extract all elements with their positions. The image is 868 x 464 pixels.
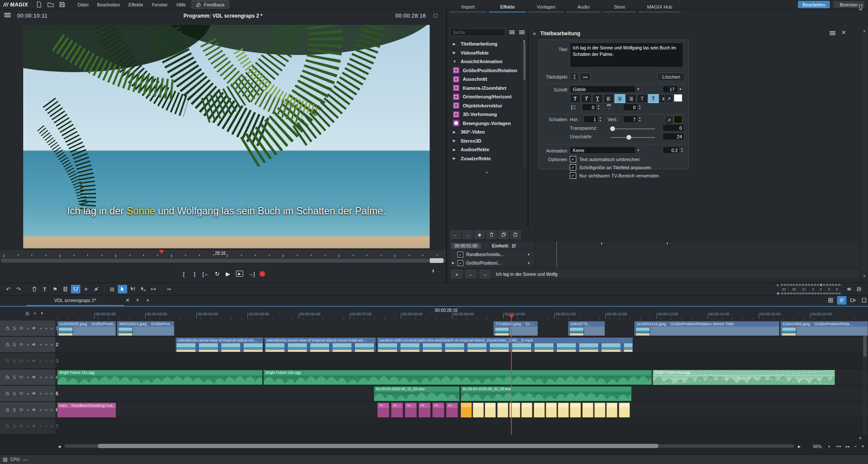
font-family-dropdown[interactable]: Gidole▼ bbox=[570, 85, 642, 93]
transport-mark-in-button[interactable]: [ bbox=[181, 269, 187, 278]
paste-button[interactable] bbox=[510, 230, 521, 239]
param-curve-area[interactable] bbox=[535, 250, 859, 258]
tab-store[interactable]: Store bbox=[603, 4, 636, 12]
speaker-icon[interactable] bbox=[32, 326, 37, 331]
curve-icon[interactable]: ÷ bbox=[50, 391, 53, 396]
scroll-left-button[interactable]: ◀ bbox=[56, 443, 63, 450]
font-size-dropdown[interactable]: 17▼ bbox=[663, 85, 684, 93]
curve-icon[interactable]: ÷ bbox=[27, 375, 29, 380]
undo-button[interactable]: ↶ bbox=[3, 285, 13, 293]
curve-icon[interactable]: ÷ bbox=[40, 424, 42, 429]
solo-icon[interactable]: S bbox=[13, 391, 16, 396]
expander-icon[interactable]: ▶ bbox=[452, 261, 457, 265]
transport-loop-button[interactable]: ↻ bbox=[214, 269, 220, 278]
track-header-2[interactable]: S÷÷÷÷2 bbox=[0, 337, 56, 352]
solo-icon[interactable]: S bbox=[13, 342, 16, 347]
fx-group-ansicht-animation[interactable]: ▼Ansicht/Animation bbox=[450, 57, 523, 66]
fx-item-objektivkorrektur[interactable]: Objektivkorrektur bbox=[450, 101, 523, 110]
fx-item-orientierung-horizont[interactable]: Orientierung/Horizont bbox=[450, 92, 523, 101]
next-object-button[interactable]: → bbox=[480, 270, 490, 278]
option-nur-sichtbaren-tv-bereich-verwenden[interactable]: ✓Nur sichtbaren TV-Bereich verwenden bbox=[570, 172, 659, 179]
eye-icon[interactable] bbox=[19, 342, 24, 348]
format-title-outline-button[interactable]: T bbox=[637, 94, 648, 103]
fx-item-ausschnitt[interactable]: Ausschnitt bbox=[450, 75, 523, 84]
blur-value[interactable]: 24 bbox=[663, 133, 684, 140]
text-button[interactable]: T bbox=[40, 285, 49, 293]
menu-item-fenster[interactable]: Fenster bbox=[147, 2, 172, 7]
eye-icon[interactable] bbox=[19, 391, 24, 397]
format-title-shadow-button[interactable]: T bbox=[648, 94, 659, 103]
scroll-down-icon[interactable]: ▼ bbox=[863, 275, 866, 278]
track-header-4[interactable]: S÷÷÷÷4 bbox=[0, 369, 56, 385]
eye-icon[interactable] bbox=[19, 358, 24, 364]
track-header-6[interactable]: S÷÷÷÷6 bbox=[0, 402, 56, 418]
new-file-icon[interactable] bbox=[36, 1, 42, 8]
clip[interactable] bbox=[473, 403, 484, 418]
menu-item-bearbeiten[interactable]: Bearbeiten bbox=[93, 2, 124, 7]
key-add-button[interactable]: ◆ bbox=[474, 230, 485, 239]
back-icon[interactable]: « bbox=[533, 30, 536, 37]
font-color-swatch[interactable] bbox=[674, 94, 682, 102]
clip[interactable] bbox=[619, 403, 630, 418]
transport-mark-out-button[interactable]: ] bbox=[192, 269, 198, 278]
clip[interactable]: IntroRandbeschneidung-Aus... bbox=[57, 403, 116, 418]
clip[interactable] bbox=[606, 403, 617, 418]
tab-magix-hub[interactable]: MAGIX Hub bbox=[639, 4, 681, 12]
curve-icon[interactable]: ÷ bbox=[40, 342, 42, 347]
add-track-button[interactable]: + bbox=[857, 435, 864, 442]
clip[interactable]: 498322814.jpegGröße/Pos... bbox=[117, 321, 174, 336]
clip[interactable] bbox=[534, 403, 545, 418]
clip[interactable] bbox=[582, 403, 593, 418]
fx-group-zusatzeffekte[interactable]: ▶Zusatzeffekte bbox=[450, 154, 523, 163]
view-window-button[interactable] bbox=[859, 296, 868, 305]
speaker-icon[interactable] bbox=[32, 424, 37, 429]
speaker-icon[interactable] bbox=[32, 391, 37, 397]
timeline-hscrollbar[interactable] bbox=[64, 444, 794, 448]
solo-icon[interactable]: S bbox=[13, 326, 16, 331]
eye-icon[interactable] bbox=[19, 424, 24, 429]
detail-list-icon[interactable] bbox=[519, 30, 525, 34]
transparency-slider[interactable] bbox=[611, 128, 655, 129]
curve-icon[interactable]: ÷ bbox=[50, 326, 53, 331]
clip[interactable]: Hi... bbox=[419, 403, 431, 418]
preview-behavior-icon[interactable]: … bbox=[431, 268, 440, 274]
insert-button[interactable]: ⊞ bbox=[107, 285, 117, 293]
lock-icon[interactable] bbox=[5, 375, 10, 380]
playhead-marker[interactable] bbox=[508, 314, 514, 319]
tab-effekte[interactable]: Effekte bbox=[489, 4, 526, 12]
unlink-button[interactable] bbox=[92, 285, 101, 293]
scroll-right-button[interactable]: ▶ bbox=[796, 443, 803, 450]
fx-list-scrollbar[interactable]: ▲ bbox=[523, 40, 526, 169]
clip[interactable] bbox=[485, 403, 496, 418]
solo-icon[interactable]: S bbox=[13, 375, 16, 380]
save-icon[interactable] bbox=[59, 1, 65, 8]
checkbox[interactable]: ✓ bbox=[570, 164, 576, 171]
trash-button[interactable] bbox=[30, 285, 39, 293]
param-curve-area[interactable] bbox=[535, 259, 859, 267]
font-color-picker-button[interactable] bbox=[664, 94, 673, 103]
curve-icon[interactable]: ÷ bbox=[45, 391, 48, 396]
format-align-left-button[interactable] bbox=[603, 94, 614, 103]
param-chevron[interactable]: ▼ bbox=[527, 262, 530, 265]
clip[interactable] bbox=[521, 403, 532, 418]
line-spacing-stepper[interactable]: 0▲▼ bbox=[582, 104, 601, 111]
solo-icon[interactable]: S bbox=[13, 408, 16, 412]
clip[interactable]: videoblocks-aerial-view-of-tropical-isla… bbox=[175, 337, 263, 352]
zoom-chevron[interactable]: ▼ bbox=[828, 445, 831, 448]
curve-icon[interactable]: ÷ bbox=[27, 359, 29, 363]
fx-group-titelbearbeitung[interactable]: ▶Titelbearbeitung bbox=[450, 40, 523, 49]
record-button[interactable] bbox=[260, 271, 265, 277]
scrubber-marker[interactable] bbox=[159, 250, 164, 254]
shadow-color-picker-button[interactable] bbox=[664, 116, 673, 125]
clip[interactable]: 1124553144.jpegGröße/Position/Rotation S… bbox=[634, 321, 779, 336]
preview-scrubber[interactable]: 28:16 bbox=[0, 249, 446, 258]
tracks-vscrollbar[interactable] bbox=[863, 321, 867, 435]
curve-icon[interactable]: ÷ bbox=[27, 342, 29, 347]
speaker-icon[interactable] bbox=[32, 407, 37, 413]
curve-icon[interactable]: ÷ bbox=[40, 408, 42, 412]
clip[interactable]: Hi... bbox=[446, 403, 458, 418]
option-text-automatisch-umbrechen[interactable]: ✓Text automatisch umbrechen bbox=[570, 156, 659, 162]
fx-item-kamera-zoomfahrt[interactable]: Kamera-/Zoomfahrt bbox=[450, 84, 523, 93]
transport-play-button[interactable]: ▶ bbox=[225, 269, 231, 278]
detach-window-icon[interactable]: ▢ bbox=[433, 12, 437, 18]
